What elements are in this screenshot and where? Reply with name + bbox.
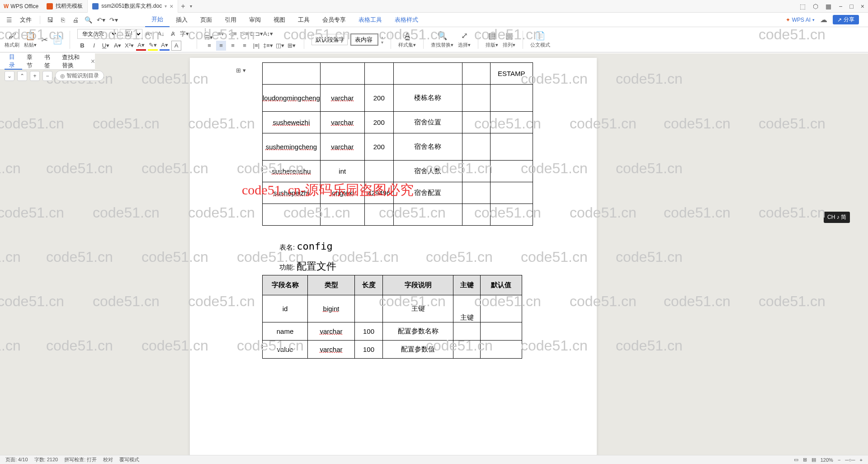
print-icon[interactable]: 🖨 [71,15,80,24]
cell[interactable]: varchar [320,346,342,353]
minimize-button[interactable]: − [839,3,842,10]
strike-button[interactable]: A̶▾ [113,41,123,51]
cut-icon[interactable]: ✂ [41,35,48,45]
tab-page[interactable]: 页面 [194,13,218,27]
close-button[interactable]: × [861,3,864,10]
increase-indent-button[interactable]: ▷≡ [240,29,250,39]
header-cell[interactable]: 类型 [308,275,355,295]
rows-group[interactable]: ▤排版▾ [486,31,498,48]
grid-icon[interactable]: ▦ [826,3,831,10]
zoom-level[interactable]: 120% [821,457,833,463]
cell[interactable]: sushemingcheng [266,143,317,151]
font-name-select[interactable]: 华文仿宋 [77,29,118,39]
bold-button[interactable]: B [77,41,87,51]
underline-button[interactable]: U▾ [101,41,111,51]
cell[interactable]: 宿舍名称 [393,133,462,161]
phonetic-icon[interactable]: 字▾ [179,29,189,39]
cell[interactable]: 宿舍人数 [393,161,462,182]
smart-outline-button[interactable]: ◎ 智能识别目录 [55,71,104,81]
tab-review[interactable]: 审阅 [243,13,267,27]
cell[interactable]: id [263,295,308,322]
cell[interactable]: 楼栋名称 [393,85,462,112]
side-tab-bookmarks[interactable]: 书签 [40,53,57,70]
decrease-indent-button[interactable]: ◁≡ [228,29,238,39]
view-mode-icon[interactable]: ⊞ [803,457,807,463]
style-up-icon[interactable]: ▴ [381,35,383,40]
side-tab-outline[interactable]: 目录 [5,53,22,70]
font-color-button[interactable]: A▾ [136,41,146,51]
cell[interactable]: name [263,322,308,341]
header-cell[interactable]: 字段说明 [383,275,453,295]
header-cell[interactable]: 长度 [355,275,383,295]
align-center-button[interactable]: ≡ [216,41,226,51]
cols-group[interactable]: ▥排列▾ [503,31,515,48]
value[interactable]: 配置文件 [297,260,336,272]
cell[interactable]: varchar [331,143,354,151]
font-color2-button[interactable]: A▾ [160,41,170,51]
share-button[interactable]: ↗ 分享 [833,15,859,24]
header-cell[interactable]: 默认值 [481,275,522,295]
maximize-button[interactable]: □ [849,3,853,10]
bullets-button[interactable]: ⁝☰▾ [204,29,214,39]
select-group[interactable]: ⤢选择▾ [458,31,471,48]
cell[interactable]: 主键 [383,295,453,322]
header-cell[interactable]: 主键 [453,275,481,295]
dropdown-icon[interactable]: ▾ [165,4,167,9]
view-mode-icon[interactable]: ▤ [811,457,816,463]
cell[interactable]: 200 [364,133,393,161]
view-mode-icon[interactable]: ▭ [794,457,798,463]
align-justify-button[interactable]: ≡ [240,41,250,51]
header-cell[interactable]: 字段名称 [263,275,308,295]
word-count[interactable]: 字数: 2120 [34,456,58,463]
cell[interactable]: ESTAMP [490,63,533,85]
cloud-icon[interactable]: ☁ [820,15,827,24]
value[interactable]: config [297,241,332,252]
tabs-button[interactable]: ⊏⊐▾ [251,29,261,39]
font-size-select[interactable]: 五号 [120,29,142,39]
tab-tools[interactable]: 工具 [292,13,316,27]
tab-more-icon[interactable]: ▾ [190,4,192,9]
align-left-button[interactable]: ≡ [204,41,214,51]
cell[interactable]: int [320,161,364,182]
decrease-font-icon[interactable]: A↓ [156,29,166,39]
redo-icon[interactable]: ↷▾ [109,15,118,24]
remove-icon[interactable]: − [42,71,52,81]
save-icon[interactable]: 🖫 [46,15,55,24]
cell[interactable]: varchar [331,94,354,102]
cell[interactable]: 429496 [364,182,393,204]
cell[interactable]: susheweizhi [273,118,310,126]
tab-insert[interactable]: 插入 [170,13,194,27]
style-para-input[interactable] [311,34,348,45]
paste-group[interactable]: 📋 粘贴▾ [24,31,37,48]
cell[interactable]: 100 [355,322,383,341]
distribute-button[interactable]: |≡| [251,41,261,51]
style-content-input[interactable] [350,33,378,46]
cell[interactable]: varchar [331,118,354,126]
export-icon[interactable]: ⎘ [58,15,67,24]
cell[interactable]: 宿舍位置 [393,112,462,133]
numbering-button[interactable]: ≡▾ [216,29,226,39]
file-menu[interactable]: 文件 [17,16,34,24]
line-spacing-button[interactable]: ‡≡▾ [263,41,273,51]
overwrite-status[interactable]: 覆写模式 [119,456,139,463]
cell[interactable]: longtext [330,189,354,197]
tab-member[interactable]: 会员专享 [316,13,352,27]
cell[interactable]: 100 [355,341,383,359]
cell[interactable]: 200 [364,85,393,112]
wps-ai-button[interactable]: ✦WPS AI▾ [786,17,815,23]
cell[interactable]: 200 [364,112,393,133]
cell[interactable]: 主键 [453,295,481,322]
tab-table-tools[interactable]: 表格工具 [352,13,388,27]
gov-group[interactable]: 📄公文模式 [530,31,550,48]
cell[interactable]: loudongmingcheng [263,94,320,102]
tab-view[interactable]: 视图 [267,13,292,27]
superscript-button[interactable]: X²▾ [124,41,134,51]
hamburger-icon[interactable]: ☰ [5,15,14,24]
document-page[interactable]: ⊞ ▾ ESTAMP loudongmingcheng varchar 200 … [190,58,597,455]
tab-table-style[interactable]: 表格样式 [388,13,425,27]
cube-icon[interactable]: ⬡ [813,3,818,10]
shading-button[interactable]: ◫▾ [275,41,285,51]
preview-icon[interactable]: 🔍 [84,15,93,24]
zoom-slider[interactable]: ─○─ [845,457,855,463]
cell[interactable]: sushepeizhi [274,189,309,197]
